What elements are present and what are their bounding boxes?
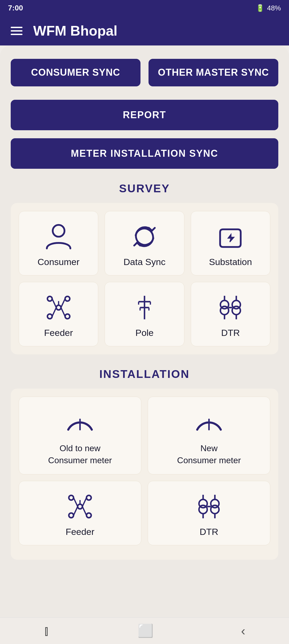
svg-point-33 <box>78 504 82 509</box>
svg-point-30 <box>86 496 91 500</box>
feeder-icon <box>44 293 73 322</box>
meter-new-icon <box>194 408 224 437</box>
survey-item-dtr[interactable]: DTR <box>191 282 270 346</box>
pole-label: Pole <box>135 328 154 338</box>
status-icons: 🔋 48% <box>256 4 281 12</box>
survey-item-pole[interactable]: Pole <box>105 282 184 346</box>
svg-point-32 <box>86 513 91 518</box>
survey-item-consumer[interactable]: Consumer <box>19 211 98 275</box>
survey-row-1: Consumer Data Sync <box>19 211 270 275</box>
install-feeder-icon <box>65 492 95 521</box>
app-title: WFM Bhopal <box>33 23 117 39</box>
substation-icon <box>216 222 245 251</box>
svg-point-3 <box>47 314 52 319</box>
svg-line-7 <box>61 299 65 308</box>
other-master-sync-button[interactable]: OTHER MASTER SYNC <box>149 59 278 86</box>
svg-point-5 <box>56 305 61 310</box>
svg-line-34 <box>74 498 78 507</box>
survey-item-feeder[interactable]: Feeder <box>19 282 98 346</box>
meter-old-icon <box>65 408 95 437</box>
svg-line-8 <box>52 308 56 316</box>
substation-label: Substation <box>209 257 252 267</box>
main-content: CONSUMER SYNC OTHER MASTER SYNC REPORT M… <box>0 45 289 644</box>
svg-point-19 <box>220 306 229 315</box>
new-consumer-label: NewConsumer meter <box>177 442 241 466</box>
person-icon <box>44 222 73 251</box>
dtr-icon <box>216 293 245 322</box>
install-dtr-label: DTR <box>200 527 218 537</box>
menu-button[interactable] <box>11 27 22 35</box>
report-button[interactable]: REPORT <box>11 100 278 130</box>
installation-item-new-consumer[interactable]: NewConsumer meter <box>148 397 270 475</box>
back-icon[interactable]: ‹ <box>241 623 245 638</box>
top-button-row: CONSUMER SYNC OTHER MASTER SYNC <box>11 59 278 86</box>
svg-point-42 <box>211 505 219 514</box>
installation-item-feeder[interactable]: Feeder <box>19 481 141 545</box>
svg-point-1 <box>47 296 52 301</box>
installation-row-1: Old to newConsumer meter NewConsumer met… <box>19 397 270 475</box>
feeder-label: Feeder <box>44 328 73 338</box>
svg-point-40 <box>199 505 207 514</box>
meter-installation-sync-button[interactable]: METER INSTALLATION SYNC <box>11 138 278 169</box>
installation-section-title: INSTALLATION <box>11 368 278 381</box>
status-time: 7:00 <box>8 4 23 12</box>
survey-item-data-sync[interactable]: Data Sync <box>105 211 184 275</box>
bottom-nav: ⫿ ⬜ ‹ <box>0 617 289 644</box>
battery-percent: 48% <box>267 4 281 12</box>
svg-point-0 <box>53 225 64 237</box>
installation-item-dtr[interactable]: DTR <box>148 481 270 545</box>
installation-grid: Old to newConsumer meter NewConsumer met… <box>11 389 278 560</box>
svg-line-6 <box>52 299 56 308</box>
consumer-label: Consumer <box>37 257 79 267</box>
installation-item-old-to-new[interactable]: Old to newConsumer meter <box>19 397 141 475</box>
survey-row-2: Feeder Pole <box>19 282 270 346</box>
consumer-sync-button[interactable]: CONSUMER SYNC <box>11 59 140 86</box>
app-header: WFM Bhopal <box>0 16 289 45</box>
battery-icon: 🔋 <box>256 4 264 12</box>
install-feeder-label: Feeder <box>66 527 94 537</box>
home-icon[interactable]: ⬜ <box>138 623 154 638</box>
svg-point-2 <box>65 296 70 301</box>
svg-point-29 <box>69 496 74 500</box>
dtr-label: DTR <box>221 328 240 338</box>
svg-line-35 <box>82 498 86 507</box>
installation-row-2: Feeder DTR <box>19 481 270 545</box>
svg-line-9 <box>61 308 65 316</box>
old-to-new-label: Old to newConsumer meter <box>48 442 112 466</box>
svg-point-21 <box>232 306 241 315</box>
data-sync-label: Data Sync <box>124 257 166 267</box>
svg-point-31 <box>69 513 74 518</box>
svg-line-36 <box>74 507 78 515</box>
survey-item-substation[interactable]: Substation <box>191 211 270 275</box>
survey-section-title: SURVEY <box>11 182 278 195</box>
svg-point-4 <box>65 314 70 319</box>
survey-grid: Consumer Data Sync <box>11 203 278 354</box>
status-bar: 7:00 🔋 48% <box>0 0 289 16</box>
pole-icon <box>130 293 159 322</box>
install-dtr-icon <box>194 492 224 521</box>
sync-icon <box>130 222 159 251</box>
recent-apps-icon[interactable]: ⫿ <box>44 623 50 638</box>
svg-line-37 <box>82 507 86 515</box>
